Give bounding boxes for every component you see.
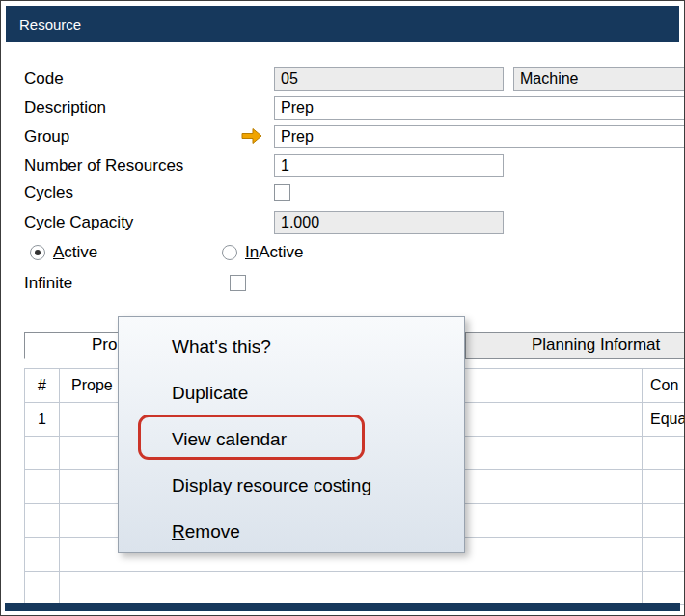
description-input[interactable]	[274, 96, 685, 120]
infinite-checkbox[interactable]	[230, 275, 246, 291]
group-input[interactable]	[274, 125, 685, 148]
active-radio-label: Active	[53, 241, 97, 264]
tab-planning-information[interactable]: Planning Informat	[465, 332, 685, 359]
link-arrow-icon[interactable]	[240, 127, 263, 145]
header-condition: Con	[643, 369, 685, 402]
resource-type-input[interactable]	[513, 67, 685, 91]
group-label: Group	[24, 125, 69, 148]
header-row-number: #	[25, 369, 60, 402]
inactive-radio[interactable]	[222, 245, 237, 260]
window-bottom-bar	[5, 603, 680, 611]
table-row[interactable]	[25, 572, 685, 605]
number-of-resources-label: Number of Resources	[24, 154, 183, 177]
infinite-label: Infinite	[24, 272, 72, 295]
menu-item-remove[interactable]: Remove	[119, 509, 464, 555]
menu-item-whats-this[interactable]: What's this?	[119, 324, 464, 370]
cell-row-number[interactable]: 1	[25, 403, 60, 436]
active-radio[interactable]	[30, 245, 45, 260]
cell-condition[interactable]: Equa	[643, 403, 685, 436]
tab-properties-label: Pro	[92, 333, 117, 358]
number-of-resources-input[interactable]	[274, 154, 504, 177]
code-input[interactable]	[274, 67, 504, 91]
resource-window: Resource Code Description Group Number o…	[0, 0, 685, 616]
menu-item-display-resource-costing[interactable]: Display resource costing	[119, 463, 464, 509]
context-menu: What's this? Duplicate View calendar Dis…	[118, 316, 465, 553]
menu-item-duplicate[interactable]: Duplicate	[119, 370, 464, 416]
description-label: Description	[24, 96, 106, 120]
window-titlebar[interactable]: Resource	[6, 6, 679, 42]
cycles-checkbox[interactable]	[274, 184, 290, 201]
cycle-capacity-input[interactable]	[274, 211, 504, 234]
menu-item-view-calendar[interactable]: View calendar	[119, 416, 464, 463]
tab-planning-information-label: Planning Informat	[532, 333, 660, 358]
window-title: Resource	[19, 16, 81, 33]
inactive-radio-label: InActive	[245, 241, 303, 264]
code-label: Code	[24, 67, 64, 91]
cycle-capacity-label: Cycle Capacity	[24, 211, 133, 234]
cycles-label: Cycles	[24, 181, 73, 204]
